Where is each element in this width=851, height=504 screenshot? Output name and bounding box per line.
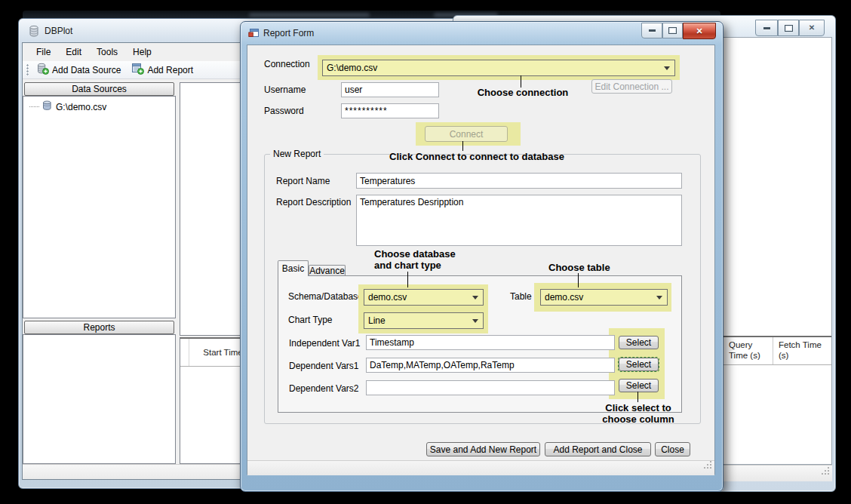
dependent-vars2-input[interactable] <box>366 380 615 395</box>
username-label: Username <box>264 85 306 95</box>
save-and-add-new-report-button[interactable]: Save and Add New Report <box>426 442 540 456</box>
close-icon: ✕ <box>696 27 702 35</box>
screenshot-stage: DBPlot File Edit Tools Help <box>0 0 851 504</box>
dialog-status-strip <box>247 460 714 475</box>
tab-basic[interactable]: Basic <box>278 260 309 276</box>
toolbar-grip[interactable] <box>26 64 29 75</box>
bg-close-button[interactable]: ✕ <box>799 20 825 36</box>
dependent-vars1-value: DaTemp,MATemp,OATemp,RaTemp <box>370 360 515 370</box>
tab-advance[interactable]: Advance <box>309 265 346 276</box>
password-input[interactable]: ********** <box>341 103 439 118</box>
table-label: Table <box>510 291 532 302</box>
add-report-and-close-button[interactable]: Add Report and Close <box>545 442 651 456</box>
report-name-value: Temperatures <box>360 176 415 186</box>
chart-type-label: Chart Type <box>288 315 332 325</box>
menu-edit[interactable]: Edit <box>58 44 89 60</box>
fetch-time-column-header[interactable]: Fetch Time (s) <box>773 337 833 364</box>
connection-label: Connection <box>264 59 310 69</box>
report-description-input[interactable]: Temperatures Desripption <box>356 195 682 246</box>
dependent-vars1-label: Dependent Vars1 <box>289 361 359 371</box>
save-add-label: Save and Add New Report <box>430 444 536 455</box>
select-dependent-vars1-button[interactable]: Select <box>619 358 659 371</box>
select-label: Select <box>626 380 651 391</box>
bg-minimize-button[interactable] <box>755 20 778 36</box>
blurred-title-text <box>249 13 370 17</box>
menu-file[interactable]: File <box>29 44 58 60</box>
chart-type-value: Line <box>368 315 386 326</box>
password-value: ********** <box>345 106 388 116</box>
report-description-label: Report Description <box>276 197 351 207</box>
tab-basic-label: Basic <box>282 263 304 274</box>
bg-maximize-button[interactable] <box>778 20 799 36</box>
add-report-button[interactable]: Add Report <box>127 61 197 78</box>
report-name-label: Report Name <box>276 176 330 186</box>
add-close-label: Add Report and Close <box>553 444 642 455</box>
report-form-dialog: Report Form ✕ Connection G:\demo.csv Use… <box>240 21 724 492</box>
add-data-source-button[interactable]: Add Data Source <box>32 61 124 78</box>
chart-type-combobox[interactable]: Line <box>364 312 484 329</box>
table-value: demo.csv <box>545 292 583 303</box>
report-name-input[interactable]: Temperatures <box>356 173 682 189</box>
edit-connection-button[interactable]: Edit Connection ... <box>591 79 672 94</box>
schema-value: demo.csv <box>368 292 407 303</box>
connect-button[interactable]: Connect <box>425 126 508 142</box>
maximize-icon <box>668 27 677 34</box>
independent-var1-label: Independent Var1 <box>289 338 361 349</box>
new-report-group-label: New Report <box>270 149 324 159</box>
query-time-column-header[interactable]: Query Time (s) <box>723 337 773 364</box>
schema-combobox[interactable]: demo.csv <box>364 289 484 306</box>
window-title: DBPlot <box>45 26 72 36</box>
start-time-label: Start Time <box>203 348 242 357</box>
connection-combobox[interactable]: G:\demo.csv <box>322 60 675 76</box>
close-icon: ✕ <box>809 24 815 32</box>
report-description-value: Temperatures Desripption <box>360 197 463 207</box>
datasource-database-icon <box>41 100 53 113</box>
select-dependent-vars2-button[interactable]: Select <box>619 379 659 392</box>
close-label: Close <box>661 444 684 455</box>
database-add-icon <box>36 63 49 77</box>
dialog-body: Connection G:\demo.csv Username user Edi… <box>247 45 715 475</box>
minimize-icon <box>763 27 770 29</box>
dialog-maximize-button[interactable] <box>662 23 683 38</box>
fetch-time-label: Fetch Time (s) <box>779 340 822 360</box>
report-add-icon <box>131 63 144 77</box>
dialog-close-button[interactable]: ✕ <box>683 23 716 39</box>
select-label: Select <box>626 359 651 370</box>
tab-advance-label: Advance <box>309 266 345 276</box>
data-sources-header-label: Data Sources <box>72 84 127 94</box>
reports-header-label: Reports <box>83 322 115 333</box>
reports-list[interactable] <box>23 334 176 464</box>
tree-item-label: G:\demo.csv <box>56 102 106 112</box>
username-value: user <box>345 85 362 95</box>
independent-var1-input[interactable]: Timestamp <box>366 335 615 350</box>
select-label: Select <box>626 337 651 348</box>
close-button[interactable]: Close <box>655 442 690 456</box>
tree-connector <box>29 106 39 107</box>
data-sources-header[interactable]: Data Sources <box>24 82 174 96</box>
maximize-icon <box>785 25 793 32</box>
menu-help[interactable]: Help <box>125 44 159 60</box>
table-combobox[interactable]: demo.csv <box>540 289 668 306</box>
minimize-icon <box>649 29 656 32</box>
menu-tools[interactable]: Tools <box>89 44 125 60</box>
data-sources-tree[interactable]: G:\demo.csv <box>23 96 176 318</box>
password-label: Password <box>264 106 304 116</box>
resize-grip[interactable] <box>821 465 830 478</box>
reports-header[interactable]: Reports <box>24 321 174 334</box>
add-data-source-label: Add Data Source <box>52 65 121 75</box>
dependent-vars1-input[interactable]: DaTemp,MATemp,OATemp,RaTemp <box>366 358 615 373</box>
schema-label: Schema/Database <box>288 291 363 302</box>
resize-grip[interactable] <box>703 459 712 472</box>
database-icon <box>28 25 40 37</box>
dialog-minimize-button[interactable] <box>641 23 662 38</box>
independent-var1-value: Timestamp <box>370 337 414 348</box>
tree-item-demo-csv[interactable]: G:\demo.csv <box>23 97 175 113</box>
dialog-title: Report Form <box>263 28 314 38</box>
add-report-label: Add Report <box>147 65 193 75</box>
username-input[interactable]: user <box>341 82 439 97</box>
row-selector-header[interactable] <box>180 339 189 366</box>
edit-connection-label: Edit Connection ... <box>594 81 668 92</box>
connection-value: G:\demo.csv <box>327 63 377 73</box>
connect-label: Connect <box>450 129 484 140</box>
select-independent-var1-button[interactable]: Select <box>619 336 659 349</box>
